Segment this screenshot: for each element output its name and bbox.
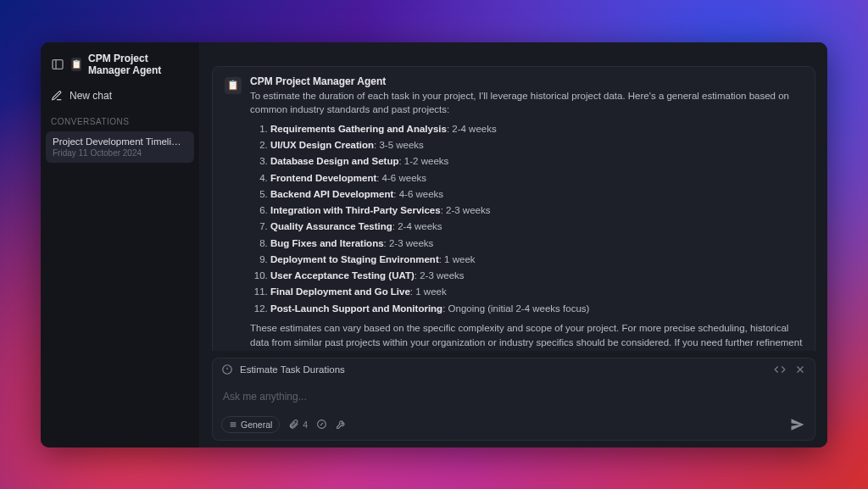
task-item: Database Design and Setup: 1-2 weeks — [270, 154, 803, 169]
mode-pill[interactable]: General — [221, 416, 280, 433]
task-list: Requirements Gathering and Analysis: 2-4… — [270, 122, 803, 316]
previous-message-cutoff — [212, 42, 815, 66]
sidebar: 📋 CPM Project Manager Agent New chat CON… — [41, 42, 200, 447]
task-item: Integration with Third-Party Services: 2… — [270, 203, 803, 218]
code-icon[interactable] — [774, 364, 786, 375]
composer-context-bar: Estimate Task Durations — [212, 358, 815, 381]
assistant-name: CPM Project Manager Agent — [250, 75, 803, 87]
new-chat-button[interactable]: New chat — [41, 85, 199, 107]
task-item: Deployment to Staging Environment: 1 wee… — [270, 253, 803, 267]
task-item: Frontend Development: 4-6 weeks — [270, 171, 803, 186]
main-panel: 📋 CPM Project Manager Agent To estimate … — [200, 42, 827, 447]
app-window: 📋 CPM Project Manager Agent New chat CON… — [41, 42, 827, 447]
task-item: UI/UX Design Creation: 3-5 weeks — [270, 138, 803, 153]
send-button[interactable] — [789, 416, 806, 433]
composer-toolbar: General 4 — [221, 416, 806, 433]
menu-lines-icon — [229, 420, 237, 429]
tools-icon[interactable] — [336, 419, 347, 430]
context-icon — [221, 364, 233, 375]
task-item: Backend API Development: 4-6 weeks — [270, 187, 803, 202]
message-scroll-area[interactable]: 📋 CPM Project Manager Agent To estimate … — [200, 42, 827, 351]
composer: Estimate Task Durations General 4 — [200, 351, 827, 447]
assistant-text: To estimate the duration of each task in… — [250, 89, 803, 351]
mode-label: General — [241, 420, 272, 430]
task-item: Quality Assurance Testing: 2-4 weeks — [270, 219, 803, 234]
agent-avatar-icon: 📋 — [71, 58, 81, 71]
assistant-message: 📋 CPM Project Manager Agent To estimate … — [212, 66, 815, 351]
assistant-avatar-icon: 📋 — [225, 77, 242, 94]
attachment-indicator[interactable]: 4 — [288, 419, 308, 430]
sidebar-toggle-icon[interactable] — [51, 58, 64, 71]
close-context-icon[interactable] — [794, 364, 806, 375]
message-intro: To estimate the duration of each task in… — [250, 89, 803, 117]
task-item: User Acceptance Testing (UAT): 2-3 weeks — [270, 269, 803, 283]
stop-icon[interactable] — [316, 419, 327, 430]
task-item: Bug Fixes and Iterations: 2-3 weeks — [270, 236, 803, 251]
svg-rect-0 — [53, 59, 63, 69]
task-item: Post-Launch Support and Monitoring: Ongo… — [270, 302, 803, 316]
new-chat-icon — [51, 90, 63, 102]
task-item: Final Deployment and Go Live: 1 week — [270, 285, 803, 299]
message-input[interactable] — [221, 387, 806, 416]
conversation-date: Friday 11 October 2024 — [53, 148, 187, 158]
message-outro: These estimates can vary based on the sp… — [250, 321, 803, 351]
paperclip-icon — [288, 419, 299, 430]
conversation-title: Project Development Timeli… — [53, 136, 187, 147]
assistant-message-body: CPM Project Manager Agent To estimate th… — [250, 75, 803, 351]
new-chat-label: New chat — [70, 90, 112, 102]
conversations-section-label: CONVERSATIONS — [41, 107, 199, 131]
composer-body: General 4 — [212, 381, 815, 441]
context-label: Estimate Task Durations — [240, 364, 767, 375]
task-item: Requirements Gathering and Analysis: 2-4… — [270, 122, 803, 136]
sidebar-header: 📋 CPM Project Manager Agent — [41, 49, 199, 85]
agent-name: CPM Project Manager Agent — [88, 53, 189, 76]
svg-line-16 — [320, 423, 323, 425]
attachment-count: 4 — [303, 420, 308, 430]
conversation-item[interactable]: Project Development Timeli… Friday 11 Oc… — [46, 131, 194, 163]
